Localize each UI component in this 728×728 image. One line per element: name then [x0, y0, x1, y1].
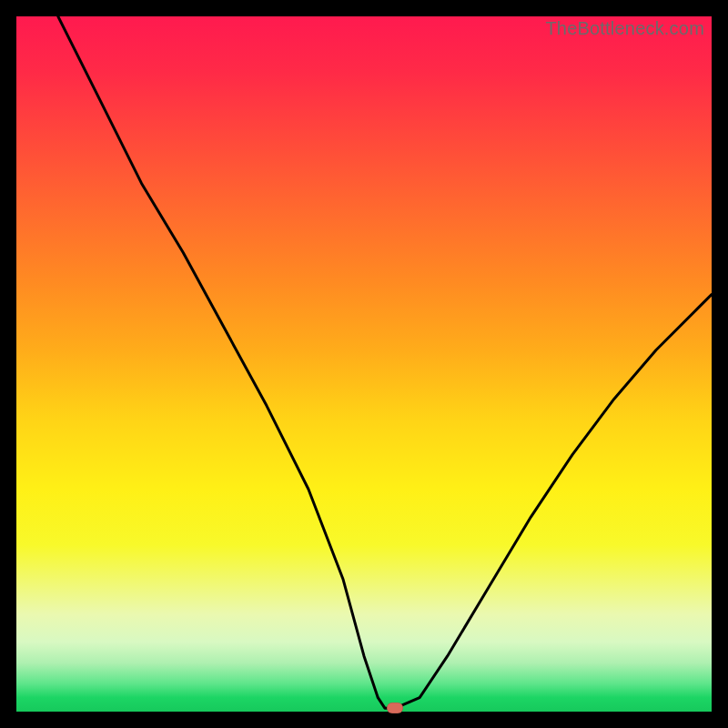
optimal-point-marker	[387, 703, 403, 713]
chart-frame: TheBottleneck.com	[0, 0, 728, 728]
watermark-text: TheBottleneck.com	[545, 18, 704, 39]
plot-area: TheBottleneck.com	[16, 16, 712, 712]
curve-path	[58, 16, 712, 708]
bottleneck-curve	[16, 16, 712, 712]
